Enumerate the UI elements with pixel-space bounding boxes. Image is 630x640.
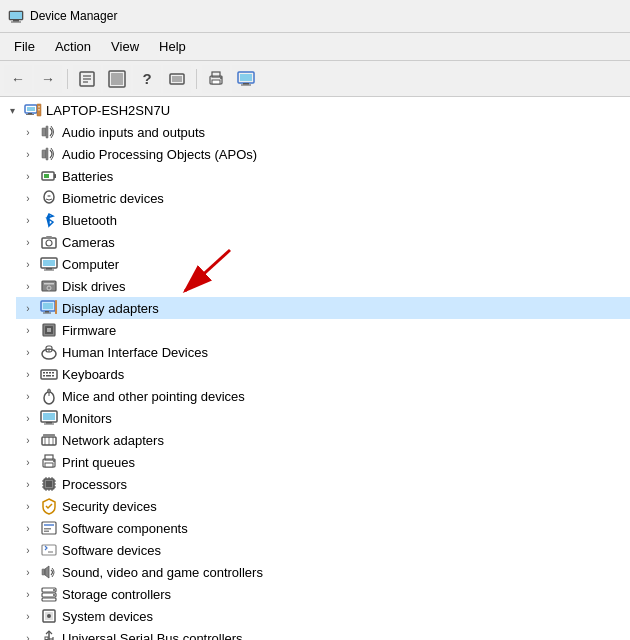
tree-item-label: Display adapters — [62, 301, 159, 316]
tree-item[interactable]: ›Bluetooth — [16, 209, 630, 231]
svg-rect-60 — [52, 372, 54, 374]
menu-view[interactable]: View — [101, 35, 149, 58]
svg-rect-61 — [43, 375, 45, 377]
expand-chevron[interactable]: › — [20, 212, 36, 228]
software-icon — [40, 519, 58, 537]
svg-rect-9 — [111, 73, 123, 85]
tree-item[interactable]: ›Software devices — [16, 539, 630, 561]
tree-item[interactable]: ›Batteries — [16, 165, 630, 187]
expand-chevron[interactable]: › — [20, 454, 36, 470]
toolbar-help[interactable]: ? — [133, 65, 161, 93]
tree-item[interactable]: ›Keyboards — [16, 363, 630, 385]
tree-item-label: System devices — [62, 609, 153, 624]
expand-chevron[interactable]: › — [20, 564, 36, 580]
menu-action[interactable]: Action — [45, 35, 101, 58]
svg-point-105 — [53, 594, 55, 596]
display-icon — [40, 299, 58, 317]
expand-chevron[interactable]: › — [20, 388, 36, 404]
expand-chevron[interactable]: › — [20, 234, 36, 250]
tree-item-label: Audio inputs and outputs — [62, 125, 205, 140]
menu-help[interactable]: Help — [149, 35, 196, 58]
toolbar-update[interactable] — [103, 65, 131, 93]
expand-chevron[interactable]: › — [20, 300, 36, 316]
expand-chevron[interactable]: › — [20, 498, 36, 514]
toolbar-forward[interactable]: → — [34, 65, 62, 93]
tree-container[interactable]: ▾ LAPTOP-ESH2SN7U ›Audio inputs and outp… — [0, 97, 630, 640]
svg-rect-28 — [46, 126, 48, 138]
svg-rect-58 — [46, 372, 48, 374]
toolbar-monitor[interactable] — [232, 65, 260, 93]
root-chevron: ▾ — [4, 102, 20, 118]
tree-item[interactable]: ›Universal Serial Bus controllers — [16, 627, 630, 640]
tree-item[interactable]: ›Audio inputs and outputs — [16, 121, 630, 143]
security-icon — [40, 497, 58, 515]
svg-rect-27 — [42, 128, 46, 136]
monitor-icon — [40, 409, 58, 427]
tree-item[interactable]: ›Mice and other pointing devices — [16, 385, 630, 407]
expand-chevron[interactable]: › — [20, 608, 36, 624]
tree-item[interactable]: ›Cameras — [16, 231, 630, 253]
tree-item[interactable]: ›Sound, video and game controllers — [16, 561, 630, 583]
tree-item[interactable]: ›Network adapters — [16, 429, 630, 451]
expand-chevron[interactable]: › — [20, 168, 36, 184]
toolbar-back[interactable]: ← — [4, 65, 32, 93]
tree-item[interactable]: ›Software components — [16, 517, 630, 539]
toolbar-print[interactable] — [202, 65, 230, 93]
svg-rect-14 — [212, 80, 220, 84]
tree-item[interactable]: ›Display adapters — [16, 297, 630, 319]
expand-chevron[interactable]: › — [20, 190, 36, 206]
expand-chevron[interactable]: › — [20, 124, 36, 140]
expand-chevron[interactable]: › — [20, 520, 36, 536]
tree-item[interactable]: ›Print queues — [16, 451, 630, 473]
network-icon — [40, 431, 58, 449]
expand-chevron[interactable]: › — [20, 366, 36, 382]
tree-item-label: Cameras — [62, 235, 115, 250]
svg-rect-96 — [44, 528, 51, 530]
svg-rect-41 — [44, 270, 54, 271]
battery-icon — [40, 167, 58, 185]
tree-item-label: Sound, video and game controllers — [62, 565, 263, 580]
tree-item[interactable]: ›Disk drives — [16, 275, 630, 297]
tree-item[interactable]: ›Human Interface Devices — [16, 341, 630, 363]
tree-item-label: Batteries — [62, 169, 113, 184]
svg-rect-49 — [55, 300, 57, 314]
expand-chevron[interactable]: › — [20, 278, 36, 294]
expand-chevron[interactable]: › — [20, 586, 36, 602]
toolbar-scan[interactable] — [163, 65, 191, 93]
expand-chevron[interactable]: › — [20, 432, 36, 448]
tree-item[interactable]: ›Storage controllers — [16, 583, 630, 605]
expand-chevron[interactable]: › — [20, 630, 36, 640]
tree-children: ›Audio inputs and outputs›Audio Processi… — [0, 121, 630, 640]
svg-rect-11 — [172, 76, 182, 82]
tree-item[interactable]: ›Computer — [16, 253, 630, 275]
tree-item[interactable]: ›Processors — [16, 473, 630, 495]
svg-rect-95 — [44, 524, 54, 526]
tree-item[interactable]: ›Monitors — [16, 407, 630, 429]
expand-chevron[interactable]: › — [20, 256, 36, 272]
menu-file[interactable]: File — [4, 35, 45, 58]
toolbar-properties[interactable] — [73, 65, 101, 93]
tree-item[interactable]: ›Biometric devices — [16, 187, 630, 209]
tree-item[interactable]: ›System devices — [16, 605, 630, 627]
svg-rect-78 — [45, 463, 53, 467]
svg-rect-110 — [45, 637, 48, 640]
tree-item[interactable]: ›Audio Processing Objects (APOs) — [16, 143, 630, 165]
expand-chevron[interactable]: › — [20, 344, 36, 360]
root-item[interactable]: ▾ LAPTOP-ESH2SN7U — [0, 99, 630, 121]
expand-chevron[interactable]: › — [20, 322, 36, 338]
svg-rect-33 — [54, 174, 56, 178]
expand-chevron[interactable]: › — [20, 146, 36, 162]
root-label: LAPTOP-ESH2SN7U — [46, 103, 170, 118]
tree-item-label: Computer — [62, 257, 119, 272]
tree-item[interactable]: ›Security devices — [16, 495, 630, 517]
computer-icon — [40, 255, 58, 273]
svg-rect-100 — [42, 569, 45, 575]
tree-item[interactable]: ›Firmware — [16, 319, 630, 341]
expand-chevron[interactable]: › — [20, 542, 36, 558]
processor-icon — [40, 475, 58, 493]
expand-chevron[interactable]: › — [20, 476, 36, 492]
hid-icon — [40, 343, 58, 361]
tree-item-label: Bluetooth — [62, 213, 117, 228]
tree-root: ▾ LAPTOP-ESH2SN7U ›Audio inputs and outp… — [0, 97, 630, 640]
expand-chevron[interactable]: › — [20, 410, 36, 426]
